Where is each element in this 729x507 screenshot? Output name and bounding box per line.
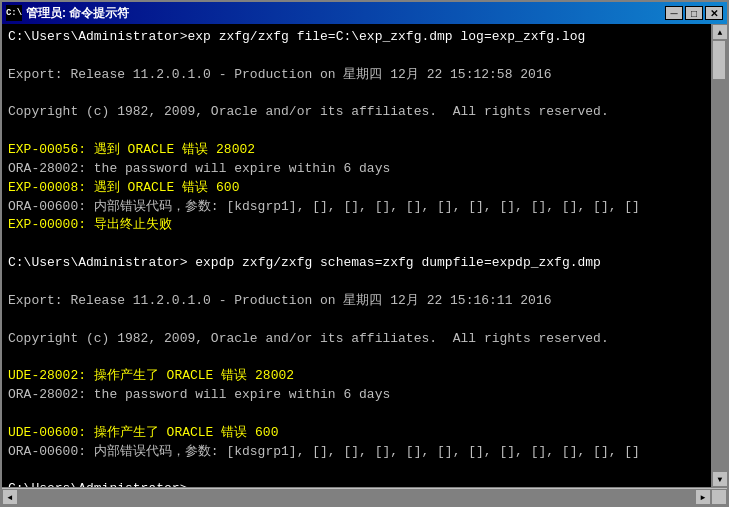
terminal-line — [8, 235, 705, 254]
terminal-output[interactable]: C:\Users\Administrator>exp zxfg/zxfg fil… — [2, 24, 711, 487]
terminal-line — [8, 405, 705, 424]
terminal-line: UDE-28002: 操作产生了 ORACLE 错误 28002 — [8, 367, 705, 386]
terminal-line: Export: Release 11.2.0.1.0 - Production … — [8, 66, 705, 85]
title-controls: ─ □ ✕ — [665, 6, 723, 20]
terminal-line: C:\Users\Administrator> expdp zxfg/zxfg … — [8, 254, 705, 273]
terminal-line: UDE-00600: 操作产生了 ORACLE 错误 600 — [8, 424, 705, 443]
terminal-line: EXP-00056: 遇到 ORACLE 错误 28002 — [8, 141, 705, 160]
close-button[interactable]: ✕ — [705, 6, 723, 20]
terminal-line: ORA-00600: 内部错误代码，参数: [kdsgrp1], [], [],… — [8, 198, 705, 217]
terminal-line: EXP-00008: 遇到 ORACLE 错误 600 — [8, 179, 705, 198]
terminal-line — [8, 85, 705, 104]
scroll-h-track[interactable] — [18, 489, 695, 505]
terminal-line — [8, 47, 705, 66]
window-icon: C:\ — [6, 5, 22, 21]
minimize-button[interactable]: ─ — [665, 6, 683, 20]
bottom-bar: ◄ ► — [2, 487, 727, 505]
terminal-line: C:\Users\Administrator>_ — [8, 480, 705, 487]
terminal-line: ORA-00600: 内部错误代码，参数: [kdsgrp1], [], [],… — [8, 443, 705, 462]
terminal-line — [8, 461, 705, 480]
content-area: C:\Users\Administrator>exp zxfg/zxfg fil… — [2, 24, 727, 487]
terminal-line: Export: Release 11.2.0.1.0 - Production … — [8, 292, 705, 311]
terminal-line — [8, 348, 705, 367]
vertical-scrollbar[interactable]: ▲ ▼ — [711, 24, 727, 487]
terminal-line — [8, 273, 705, 292]
scroll-thumb[interactable] — [712, 40, 726, 80]
terminal-line: Copyright (c) 1982, 2009, Oracle and/or … — [8, 330, 705, 349]
terminal-line: ORA-28002: the password will expire with… — [8, 386, 705, 405]
horizontal-scrollbar[interactable]: ◄ ► — [2, 489, 711, 505]
scrollbar-corner — [711, 489, 727, 505]
window-title: 管理员: 命令提示符 — [26, 5, 129, 22]
scroll-track[interactable] — [712, 40, 727, 471]
scroll-left-button[interactable]: ◄ — [2, 489, 18, 505]
scroll-up-button[interactable]: ▲ — [712, 24, 727, 40]
scroll-right-button[interactable]: ► — [695, 489, 711, 505]
cmd-window: C:\ 管理员: 命令提示符 ─ □ ✕ C:\Users\Administra… — [0, 0, 729, 507]
terminal-line: C:\Users\Administrator>exp zxfg/zxfg fil… — [8, 28, 705, 47]
title-bar: C:\ 管理员: 命令提示符 ─ □ ✕ — [2, 2, 727, 24]
maximize-button[interactable]: □ — [685, 6, 703, 20]
title-bar-left: C:\ 管理员: 命令提示符 — [6, 5, 129, 22]
scroll-down-button[interactable]: ▼ — [712, 471, 727, 487]
terminal-line — [8, 122, 705, 141]
terminal-line: EXP-00000: 导出终止失败 — [8, 216, 705, 235]
terminal-line: Copyright (c) 1982, 2009, Oracle and/or … — [8, 103, 705, 122]
terminal-line: ORA-28002: the password will expire with… — [8, 160, 705, 179]
terminal-line — [8, 311, 705, 330]
